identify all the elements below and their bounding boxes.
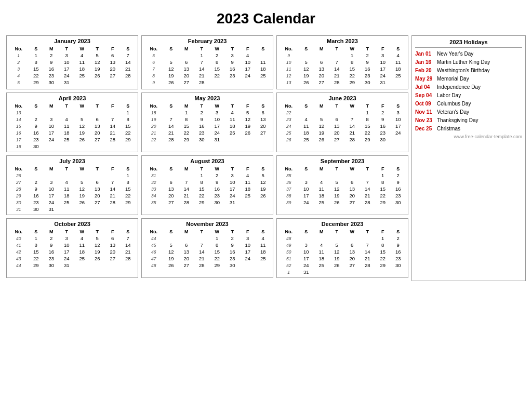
day-cell: 12 (329, 248, 344, 255)
day-cell (344, 86, 360, 87)
day-cell: 26 (240, 129, 256, 136)
day-cell: 26 (89, 255, 105, 262)
week-number: 9 (279, 52, 298, 59)
week-number: 27 (9, 179, 28, 185)
week-number: 24 (279, 123, 298, 129)
day-cell: 22 (360, 129, 375, 136)
col-header: S (298, 103, 314, 109)
day-cell (163, 269, 179, 270)
day-cell: 23 (390, 255, 406, 262)
day-cell: 19 (255, 185, 271, 192)
day-cell: 31 (298, 269, 314, 275)
day-cell (375, 269, 391, 275)
table-row: 5010111213141516 (279, 248, 406, 255)
table-row: 401234567 (9, 235, 136, 242)
day-cell: 27 (344, 199, 360, 206)
day-cell: 1 (179, 109, 194, 116)
holiday-row: Feb 20Wasthington's Birthday (415, 68, 522, 73)
day-cell: 27 (255, 129, 271, 136)
table-row (144, 86, 271, 87)
week-number: 26 (9, 172, 28, 179)
day-cell (74, 172, 90, 179)
day-cell: 5 (163, 242, 179, 248)
day-cell: 26 (163, 262, 179, 269)
day-cell: 14 (179, 185, 194, 192)
day-cell: 30 (375, 136, 391, 143)
day-cell: 2 (224, 235, 240, 242)
day-cell: 23 (28, 136, 44, 143)
day-cell: 19 (314, 129, 329, 136)
day-cell (298, 172, 314, 179)
day-cell (105, 172, 121, 179)
week-number: 18 (9, 143, 28, 150)
day-cell (28, 109, 44, 116)
col-header: F (105, 166, 121, 172)
month-title-11: November 2023 (144, 221, 271, 227)
col-header: M (179, 46, 194, 52)
day-cell: 9 (44, 59, 59, 65)
col-header: W (209, 46, 225, 52)
table-row (144, 269, 271, 270)
day-cell: 5 (255, 172, 271, 179)
week-number: 35 (279, 172, 298, 179)
day-cell: 14 (194, 65, 209, 72)
col-header: T (329, 166, 344, 172)
month-title-3: March 2023 (279, 38, 406, 44)
holiday-date: Jan 16 (415, 59, 437, 65)
holiday-name: Labor Day (437, 92, 461, 98)
day-cell: 5 (314, 116, 329, 123)
day-cell: 23 (224, 255, 240, 262)
col-header: T (329, 46, 344, 52)
month-block-12: December 2023No.SMTWTFS48124934567895010… (276, 218, 408, 278)
day-cell: 23 (375, 129, 391, 136)
col-header: T (360, 46, 375, 52)
col-header: M (44, 46, 59, 52)
day-cell: 13 (329, 123, 344, 129)
day-cell: 23 (390, 192, 406, 199)
day-cell (360, 235, 375, 242)
day-cell: 17 (298, 255, 314, 262)
day-cell: 18 (240, 185, 256, 192)
day-cell: 23 (28, 199, 44, 206)
day-cell: 17 (44, 192, 59, 199)
col-header: S (28, 46, 44, 52)
table-row: 5117181920212223 (279, 255, 406, 262)
week-number: 18 (144, 109, 163, 116)
day-cell: 7 (105, 116, 121, 123)
day-cell (314, 109, 329, 116)
day-cell: 13 (179, 248, 194, 255)
col-header: No. (144, 103, 163, 109)
day-cell: 25 (314, 199, 329, 206)
day-cell: 9 (209, 179, 225, 185)
col-header: S (298, 229, 314, 235)
day-cell: 20 (179, 72, 194, 79)
week-number: 42 (9, 248, 28, 255)
day-cell: 17 (390, 123, 406, 129)
day-cell: 23 (209, 192, 225, 199)
table-row: 10567891011 (279, 59, 406, 65)
holiday-name: Independence Day (437, 84, 481, 90)
week-number: 39 (279, 199, 298, 206)
table-row: 482627282930 (144, 262, 271, 269)
day-cell: 11 (74, 59, 90, 65)
day-cell: 15 (209, 65, 225, 72)
table-row: 131 (279, 269, 406, 275)
day-cell: 24 (298, 199, 314, 206)
day-cell (179, 172, 194, 179)
table-row: 441234 (144, 235, 271, 242)
day-cell (344, 235, 360, 242)
day-cell (179, 269, 194, 270)
week-number: 15 (9, 123, 28, 129)
table-row: 4719202122232425 (144, 255, 271, 262)
day-cell: 13 (179, 65, 194, 72)
day-cell: 28 (105, 136, 121, 143)
day-cell: 16 (44, 65, 59, 72)
day-cell: 24 (209, 129, 225, 136)
day-cell (255, 52, 271, 59)
col-header: W (209, 166, 225, 172)
day-cell: 1 (28, 52, 44, 59)
col-header: T (59, 103, 74, 109)
col-header: F (105, 46, 121, 52)
day-cell (120, 262, 136, 269)
day-cell: 21 (105, 192, 121, 199)
